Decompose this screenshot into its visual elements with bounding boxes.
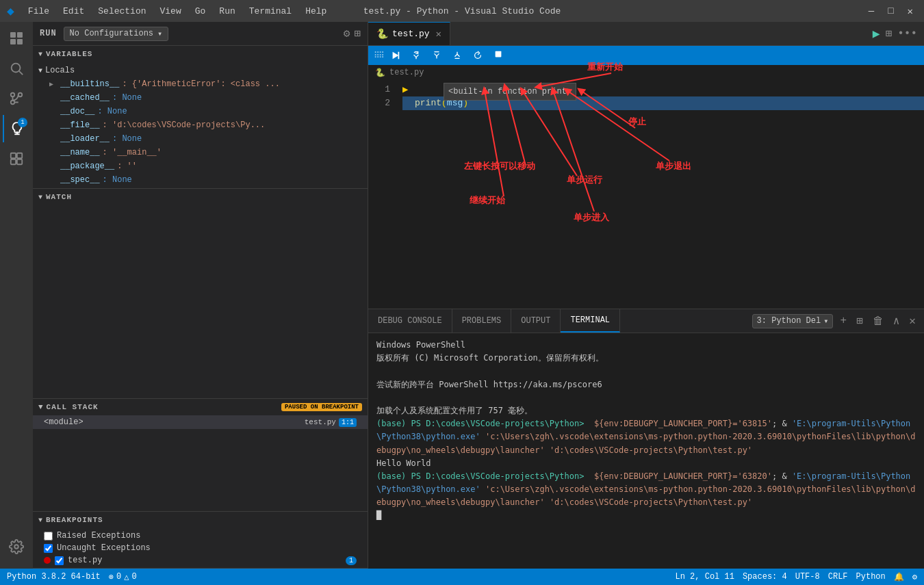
code-editor[interactable]: 1 2 ▶ <built-in function print> print — [368, 80, 924, 309]
add-terminal-icon[interactable]: + — [837, 313, 849, 328]
bp-uncaught[interactable]: Uncaught Exceptions — [33, 542, 368, 554]
tab-problems[interactable]: PROBLEMS — [452, 309, 512, 333]
drag-handle-icon[interactable]: ⠿⠿ — [374, 51, 383, 61]
bp-raised-label: Raised Exceptions — [57, 531, 140, 541]
step-out-button[interactable] — [449, 47, 465, 64]
menu-terminal[interactable]: Terminal — [244, 5, 297, 18]
status-encoding[interactable]: UTF-8 — [795, 572, 820, 582]
var-loader[interactable]: __loader__ : None — [33, 132, 368, 146]
menu-view[interactable]: View — [155, 5, 187, 18]
bp-raised-checkbox[interactable] — [44, 532, 53, 541]
split-editor-layout-icon[interactable]: ⊞ — [886, 27, 893, 40]
tab-terminal[interactable]: TERMINAL — [561, 309, 620, 333]
menu-file[interactable]: File — [23, 5, 55, 18]
split-editor-icon[interactable]: ⊞ — [354, 27, 361, 40]
var-builtins[interactable]: ▶ __builtins__ : {'ArithmeticError': <cl… — [33, 77, 368, 91]
var-doc[interactable]: __doc__ : None — [33, 105, 368, 118]
step-into-button[interactable] — [428, 47, 445, 64]
var-expand-icon-8 — [49, 177, 57, 184]
step-over-button[interactable] — [408, 47, 424, 64]
call-stack-item[interactable]: <module> test.py 1:1 — [33, 415, 368, 429]
terminal-content[interactable]: Windows PowerShell 版权所有 (C) Microsoft Co… — [368, 333, 924, 569]
close-panel-icon[interactable]: ✕ — [906, 313, 919, 329]
bp-testpy[interactable]: test.py 1 — [33, 554, 368, 567]
bp-uncaught-checkbox[interactable] — [44, 544, 53, 553]
title-bar: ◆ File Edit Selection View Go Run Termin… — [0, 0, 924, 22]
var-expand-icon-3 — [49, 108, 57, 116]
terminal-selector[interactable]: 3: Python Del ▾ — [752, 314, 834, 328]
activity-debug-icon[interactable]: 1 — [3, 115, 30, 142]
var-expand-icon-5 — [49, 135, 57, 143]
restart-button[interactable] — [470, 47, 486, 64]
activity-explorer-icon[interactable] — [3, 25, 30, 52]
code-content[interactable]: ▶ <built-in function print> print ( msg … — [396, 80, 924, 309]
config-dropdown[interactable]: No Configurations ▾ — [64, 27, 169, 41]
tab-testpy[interactable]: 🐍 test.py ✕ — [368, 22, 450, 45]
activity-source-control-icon[interactable] — [3, 85, 30, 112]
watch-section-header[interactable]: ▼ WATCH — [33, 189, 368, 205]
menu-go[interactable]: Go — [190, 5, 211, 18]
var-name-item[interactable]: __name__ : '__main__' — [33, 146, 368, 159]
call-stack-header[interactable]: ▼ CALL STACK PAUSED ON BREAKPOINT — [33, 399, 368, 415]
var-cached[interactable]: __cached__ : None — [33, 91, 368, 105]
continue-button[interactable] — [387, 47, 404, 64]
activity-extensions-icon[interactable] — [3, 145, 30, 172]
var-name-4: __file__ — [60, 120, 100, 130]
var-spec[interactable]: __spec__ : None — [33, 173, 368, 187]
tab-debug-console[interactable]: DEBUG CONSOLE — [368, 309, 452, 333]
terminal-selector-arrow: ▾ — [823, 316, 828, 326]
split-terminal-icon[interactable]: ⊞ — [854, 313, 866, 329]
term-line-4: 尝试新的跨平台 PowerShell https://aka.ms/pscore… — [376, 378, 916, 391]
status-position[interactable]: Ln 2, Col 11 — [675, 572, 734, 582]
bp-testpy-checkbox[interactable] — [55, 556, 64, 565]
tab-output[interactable]: OUTPUT — [511, 309, 561, 333]
locals-header[interactable]: ▼ Locals — [33, 64, 368, 77]
menu-edit[interactable]: Edit — [57, 5, 90, 18]
menu-selection[interactable]: Selection — [92, 5, 151, 18]
svg-rect-13 — [11, 159, 16, 164]
variables-section-header[interactable]: ▼ VARIABLES — [33, 46, 368, 62]
status-right: Ln 2, Col 11 Spaces: 4 UTF-8 CRLF Python… — [675, 572, 917, 582]
more-actions-icon[interactable]: ••• — [897, 27, 917, 40]
status-python-version[interactable]: Python 3.8.2 64-bit — [7, 572, 101, 582]
tab-close-icon[interactable]: ✕ — [436, 28, 441, 40]
call-stack-empty — [33, 429, 368, 511]
breakpoints-header[interactable]: ▼ BREAKPOINTS — [33, 512, 368, 528]
run-python-icon[interactable]: ▶ — [873, 26, 880, 41]
vscode-logo-icon: ◆ — [7, 3, 14, 18]
call-stack-file: test.py — [305, 418, 336, 426]
bp-raised[interactable]: Raised Exceptions — [33, 530, 368, 542]
term-line-7: (base) PS D:\codes\VSCode-projects\Pytho… — [376, 417, 916, 457]
status-notifications[interactable]: 🔔 — [894, 572, 904, 582]
editor-area: 🐍 test.py ✕ ▶ ⊞ ••• ⠿⠿ — [368, 22, 924, 569]
status-line-ending[interactable]: CRLF — [828, 572, 848, 582]
status-remote[interactable]: ⚙ — [912, 572, 917, 582]
settings-gear-icon[interactable]: ⚙ — [344, 27, 350, 40]
watch-content — [33, 205, 368, 287]
status-language[interactable]: Python — [856, 572, 886, 582]
maximize-button[interactable]: □ — [884, 4, 897, 18]
activity-settings-icon[interactable] — [3, 533, 30, 560]
menu-run[interactable]: Run — [214, 5, 240, 18]
warnings-count: 0 — [132, 572, 137, 582]
encoding-label: UTF-8 — [795, 572, 820, 582]
activity-search-icon[interactable] — [3, 55, 30, 82]
variables-section: ▼ VARIABLES ▼ Locals ▶ __builtins__ : {'… — [33, 46, 368, 189]
python-file-icon: 🐍 — [376, 28, 388, 40]
menu-help[interactable]: Help — [300, 5, 332, 18]
status-spaces[interactable]: Spaces: 4 — [743, 572, 787, 582]
chevron-up-icon[interactable]: ∧ — [890, 313, 903, 329]
main-layout: 1 RUN No Configurations ▾ ⚙ ⊞ — [0, 22, 924, 569]
trash-icon[interactable]: 🗑 — [870, 313, 886, 329]
var-file[interactable]: __file__ : 'd:\codes\VSCode-projects\Py.… — [33, 118, 368, 132]
status-errors[interactable]: ⊗ 0 △ 0 — [109, 572, 137, 582]
stop-button[interactable] — [490, 47, 506, 64]
svg-rect-11 — [11, 153, 16, 158]
language-label: Python — [856, 572, 886, 582]
term-line-6: 加载个人及系统配置文件用了 757 毫秒。 — [376, 404, 916, 417]
close-button[interactable]: ✕ — [903, 4, 917, 18]
line-ending-label: CRLF — [828, 572, 848, 582]
minimize-button[interactable]: — — [864, 4, 878, 18]
window-controls: — □ ✕ — [864, 4, 917, 18]
var-package[interactable]: __package__ : '' — [33, 159, 368, 173]
